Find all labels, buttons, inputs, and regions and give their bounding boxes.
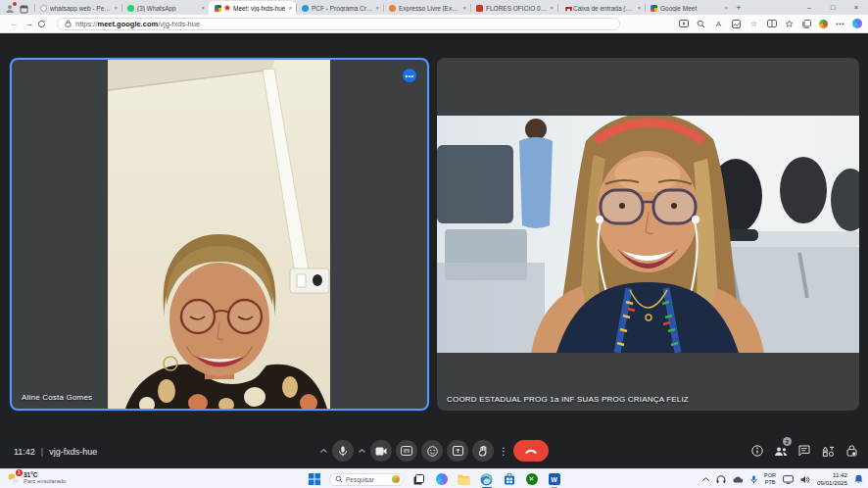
tab-close-icon[interactable]: × xyxy=(288,5,292,11)
video-feed-coord xyxy=(437,116,859,353)
language-line1: POR xyxy=(764,472,776,479)
tab-gmail-inbox[interactable]: Caixa de entrada (74) - pr × xyxy=(557,1,645,15)
pdf-favicon-icon xyxy=(476,5,483,12)
weather-widget[interactable]: 1 31°C Parc ensolarado xyxy=(6,471,67,485)
notifications-bell-icon[interactable] xyxy=(854,474,863,484)
address-bar[interactable]: https://meet.google.com/vjg-fxds-hue xyxy=(57,18,620,30)
reactions-button[interactable] xyxy=(421,440,443,462)
tray-headset-icon[interactable] xyxy=(716,475,726,484)
video-feed-aline xyxy=(108,60,330,409)
search-icon xyxy=(335,475,343,483)
language-line2: PTB xyxy=(764,479,776,486)
meeting-details-button[interactable] xyxy=(750,444,764,458)
cast-display-icon[interactable] xyxy=(783,475,794,484)
onedrive-cloud-icon[interactable] xyxy=(733,476,744,483)
meeting-time: 11:42 xyxy=(14,447,35,457)
tile-options-button[interactable]: ••• xyxy=(403,69,416,82)
split-screen-icon[interactable] xyxy=(766,19,777,29)
favorites-star-icon[interactable]: ☆ xyxy=(748,19,759,29)
window-minimize-button[interactable]: – xyxy=(797,0,821,14)
back-button[interactable]: ← xyxy=(6,19,22,28)
tab-label: (3) WhatsApp xyxy=(137,5,198,12)
tab-google-meet[interactable]: Google Meet × xyxy=(645,1,732,15)
meeting-info: 11:42 | vjg-fxds-hue xyxy=(14,447,97,457)
panel-controls: 2 xyxy=(750,444,858,458)
settings-more-icon[interactable] xyxy=(835,19,845,29)
zoom-icon[interactable] xyxy=(696,19,706,29)
collections-icon[interactable] xyxy=(801,19,812,29)
extension-icon[interactable] xyxy=(819,20,828,28)
tab-close-icon[interactable]: × xyxy=(375,5,379,11)
video-tile-aline[interactable]: ••• Aline Costa Gomes xyxy=(10,58,429,411)
file-explorer-icon[interactable] xyxy=(457,472,471,487)
xbox-icon[interactable]: ✕ xyxy=(524,472,539,487)
pcf-favicon-icon xyxy=(302,5,309,12)
microsoft-store-icon[interactable] xyxy=(502,472,516,487)
window-maximize-button[interactable]: □ xyxy=(821,0,844,14)
tab-close-icon[interactable]: × xyxy=(114,5,118,11)
host-controls-button[interactable] xyxy=(844,444,858,458)
chat-button[interactable] xyxy=(797,444,811,458)
screen: whatsapp web - Pesquisar × (3) WhatsApp … xyxy=(0,0,868,488)
copilot-taskbar-icon[interactable] xyxy=(434,472,449,487)
tray-microphone-icon[interactable] xyxy=(750,475,757,484)
recording-indicator-icon xyxy=(224,5,230,11)
image-enhance-icon[interactable] xyxy=(731,19,742,29)
mic-options-chevron-icon[interactable] xyxy=(319,447,328,456)
tab-whatsapp[interactable]: (3) WhatsApp × xyxy=(121,1,209,15)
forward-button[interactable]: → xyxy=(22,19,37,28)
word-icon[interactable]: W xyxy=(547,472,561,487)
language-indicator[interactable]: POR PTB xyxy=(764,472,776,485)
hidden-icons-chevron-icon[interactable] xyxy=(702,477,709,481)
browser-profile-icon[interactable] xyxy=(5,4,15,14)
start-button[interactable] xyxy=(307,472,321,487)
tab-label: Caixa de entrada (74) - pr xyxy=(573,5,634,12)
tab-expresso[interactable]: Expresso Livre [Expresso M × xyxy=(383,1,470,15)
favorites-bar-icon[interactable] xyxy=(784,19,795,29)
media-controls-icon[interactable] xyxy=(678,19,689,29)
site-permissions-icon[interactable] xyxy=(65,20,72,27)
camera-button[interactable] xyxy=(370,440,392,462)
more-options-button[interactable]: ⋮ xyxy=(498,440,509,462)
tab-label: Google Meet xyxy=(660,5,721,12)
camera-options-chevron-icon[interactable] xyxy=(358,447,366,456)
end-call-button[interactable] xyxy=(513,440,549,462)
captions-button[interactable] xyxy=(396,440,417,462)
tab-close-icon[interactable]: × xyxy=(724,5,728,11)
read-aloud-icon[interactable]: A xyxy=(713,19,724,29)
video-tile-coord[interactable]: COORD ESTADUAL PROG 1a INF SUAS PROG CRI… xyxy=(437,58,859,411)
tab-close-icon[interactable]: × xyxy=(201,5,205,11)
tab-close-icon[interactable]: × xyxy=(462,5,466,11)
expresso-favicon-icon xyxy=(389,5,396,12)
window-close-button[interactable]: × xyxy=(844,0,868,14)
taskbar-clock[interactable]: 11:42 09/01/2025 xyxy=(817,471,847,487)
volume-speaker-icon[interactable] xyxy=(800,475,810,484)
tab-label: PCF - Programa Criança Fe xyxy=(312,5,372,12)
edge-browser-icon[interactable] xyxy=(479,472,494,487)
new-tab-button[interactable]: + xyxy=(732,1,746,15)
tab-whatsapp-search[interactable]: whatsapp web - Pesquisar × xyxy=(34,1,121,15)
present-screen-button[interactable] xyxy=(447,440,468,462)
microphone-button[interactable] xyxy=(332,440,354,462)
activities-button[interactable] xyxy=(821,444,835,458)
tab-meet-active[interactable]: Meet: vjg-fxds-hue × xyxy=(209,1,296,15)
word-logo: W xyxy=(549,473,560,485)
taskbar-search-input[interactable]: Pesquisar xyxy=(329,473,404,486)
tab-actions-icon[interactable] xyxy=(20,5,28,14)
participants-button[interactable]: 2 xyxy=(774,444,788,458)
search-highlight-icon[interactable] xyxy=(392,475,400,483)
tab-pcf[interactable]: PCF - Programa Criança Fe × xyxy=(296,1,383,15)
reload-button[interactable] xyxy=(37,20,53,28)
divider: | xyxy=(41,447,43,457)
tab-close-icon[interactable]: × xyxy=(637,5,641,11)
weather-condition: Parc ensolarado xyxy=(24,478,67,485)
meet-favicon-icon xyxy=(215,5,221,12)
raise-hand-button[interactable] xyxy=(472,440,494,462)
tab-close-icon[interactable]: × xyxy=(550,5,554,11)
task-view-button[interactable] xyxy=(411,472,426,487)
weather-alert-badge: 1 xyxy=(16,469,23,476)
tab-pdf-flores[interactable]: FLORES OFICIO 00120250 × xyxy=(470,1,557,15)
browser-toolbar: ← → https://meet.google.com/vjg-fxds-hue… xyxy=(0,15,868,33)
profile-notification-dot xyxy=(13,2,17,6)
copilot-icon[interactable] xyxy=(852,19,862,28)
